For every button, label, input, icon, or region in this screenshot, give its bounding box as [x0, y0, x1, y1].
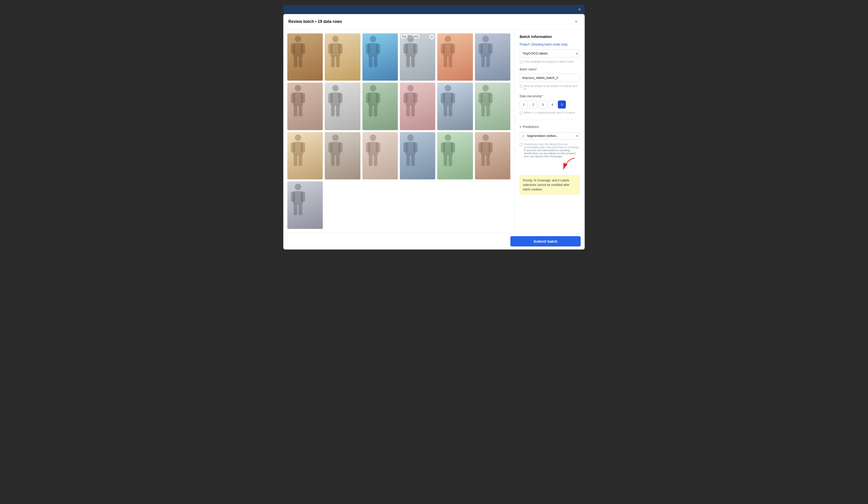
image-cell-16[interactable]	[400, 132, 435, 179]
image-cell-8[interactable]	[325, 83, 360, 130]
batch-name-label: Batch name*	[520, 68, 580, 71]
svg-point-30	[482, 36, 488, 42]
priority-btn-4[interactable]: 4	[548, 101, 556, 109]
svg-point-6	[332, 36, 339, 42]
svg-rect-33	[488, 44, 493, 54]
svg-rect-63	[451, 93, 455, 103]
priority-btn-5[interactable]: 5	[558, 101, 566, 109]
svg-rect-105	[488, 143, 493, 153]
svg-point-102	[482, 134, 488, 141]
submit-batch-button[interactable]: Submit batch	[510, 236, 581, 246]
image-cell-3[interactable]	[362, 33, 398, 81]
svg-point-60	[445, 85, 451, 91]
svg-rect-41	[299, 105, 302, 116]
svg-rect-46	[331, 105, 335, 116]
svg-rect-40	[293, 105, 297, 116]
priority-btn-1[interactable]: 1	[520, 101, 528, 109]
top-bar: ×	[283, 5, 585, 14]
predictions-select-wrapper: ⬡ Segmentation clothes... ▾	[520, 132, 580, 140]
svg-point-78	[332, 134, 339, 141]
svg-rect-70	[481, 105, 485, 116]
image-cell-12[interactable]	[475, 83, 510, 130]
image-grid: img_0571.jpeg ⊖	[287, 33, 510, 229]
svg-rect-68	[478, 93, 483, 103]
svg-rect-44	[328, 93, 332, 103]
priority-btn-3[interactable]: 3	[539, 101, 547, 109]
predictions-select[interactable]: Segmentation clothes...	[520, 132, 580, 140]
image-cell-18[interactable]	[475, 132, 510, 179]
svg-point-90	[407, 134, 414, 141]
image-cell-4[interactable]: img_0571.jpeg ⊖	[400, 33, 435, 81]
remove-image-4-button[interactable]: ⊖	[429, 34, 434, 40]
svg-rect-8	[328, 44, 332, 54]
priority-hint: i Where 1 is highest priority and 5 is l…	[520, 111, 580, 115]
svg-rect-101	[449, 155, 452, 166]
svg-rect-74	[291, 143, 295, 153]
image-cell-7[interactable]	[287, 83, 323, 130]
submit-area: Submit batch	[283, 233, 585, 249]
svg-rect-82	[331, 155, 335, 166]
predictions-label: Predictions	[523, 125, 539, 128]
svg-point-24	[445, 36, 451, 42]
svg-rect-113	[299, 204, 302, 215]
image-cell-6[interactable]	[475, 33, 510, 81]
project-section: Project* (Showing batch mode only) TinyC…	[520, 43, 580, 64]
image-cell-19[interactable]	[287, 182, 323, 229]
svg-point-84	[370, 134, 376, 141]
close-button[interactable]: ×	[572, 18, 580, 25]
svg-point-108	[295, 184, 301, 190]
svg-rect-57	[413, 93, 418, 103]
image-panel: img_0571.jpeg ⊖	[283, 29, 514, 233]
priority-btn-2[interactable]: 2	[529, 101, 537, 109]
image-cell-9[interactable]	[362, 83, 398, 130]
svg-rect-58	[406, 105, 410, 116]
batch-name-hint: i Must be unique to the project it's bei…	[520, 84, 580, 91]
project-link[interactable]: Project* (Showing batch mode only)	[520, 43, 580, 46]
image-cell-10[interactable]	[400, 83, 435, 130]
svg-rect-95	[411, 155, 415, 166]
project-hint-icon: i	[520, 60, 523, 64]
svg-rect-5	[299, 56, 302, 67]
predictions-header[interactable]: ▾ Predictions	[520, 125, 580, 128]
image-cell-2[interactable]	[325, 33, 360, 81]
predictions-section: ▾ Predictions ⬡ Segmentation clothes... …	[520, 125, 580, 194]
svg-rect-34	[481, 56, 485, 67]
modal-container: Review batch • 19 data rows ×	[283, 14, 585, 249]
svg-rect-75	[301, 143, 305, 153]
svg-rect-28	[444, 56, 447, 67]
svg-rect-100	[444, 155, 447, 166]
image-cell-1[interactable]	[287, 33, 323, 81]
svg-rect-112	[293, 204, 297, 215]
project-select[interactable]: TinyCOCO labels	[520, 49, 580, 58]
svg-point-36	[295, 85, 301, 91]
svg-rect-62	[441, 93, 445, 103]
svg-point-48	[370, 85, 376, 91]
svg-rect-17	[374, 56, 377, 67]
batch-name-section: Batch name* i Must be unique to the proj…	[520, 68, 580, 91]
svg-point-72	[295, 134, 301, 141]
svg-point-0	[295, 36, 301, 42]
image-cell-13[interactable]	[287, 132, 323, 179]
svg-rect-80	[328, 143, 332, 153]
sidebar: Batch information Project* (Showing batc…	[514, 29, 585, 233]
image-cell-11[interactable]	[437, 83, 473, 130]
image-cell-14[interactable]	[325, 132, 360, 179]
svg-rect-29	[449, 56, 452, 67]
batch-name-input[interactable]	[520, 74, 580, 82]
svg-rect-9	[338, 44, 343, 54]
image-cell-15[interactable]	[362, 132, 398, 179]
predictions-warning-content: Predictions from this Model Run are inco…	[524, 143, 580, 158]
svg-rect-52	[369, 105, 372, 116]
tooltip-text: Priority, % Coverage, and # Labels selec…	[523, 179, 569, 191]
svg-rect-69	[488, 93, 493, 103]
image-cell-17[interactable]	[437, 132, 473, 179]
predictions-warning-bold: If you are not interested in sending pre…	[524, 149, 576, 158]
svg-rect-111	[301, 192, 305, 202]
svg-rect-107	[486, 155, 490, 166]
topbar-close-button[interactable]: ×	[578, 7, 581, 12]
image-cell-5[interactable]	[437, 33, 473, 81]
svg-rect-64	[444, 105, 447, 116]
svg-rect-98	[441, 143, 445, 153]
svg-rect-38	[291, 93, 295, 103]
svg-rect-27	[451, 44, 455, 54]
